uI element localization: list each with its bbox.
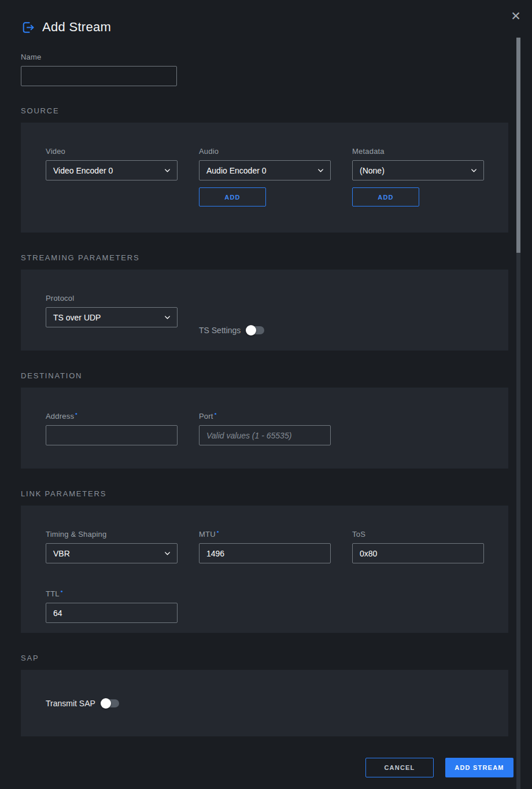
mtu-input[interactable] [199, 543, 331, 563]
close-icon: ✕ [511, 9, 521, 23]
ts-settings-label: TS Settings [199, 326, 241, 335]
streaming-parameters-header: STREAMING PARAMETERS [21, 253, 513, 262]
add-metadata-button[interactable]: ADD [352, 187, 419, 207]
source-section-header: SOURCE [21, 106, 513, 115]
link-parameters-section: LINK PARAMETERS Timing & Shaping VBR MTU… [21, 489, 513, 633]
name-input[interactable] [21, 66, 177, 86]
timing-shaping-select[interactable]: VBR [46, 543, 178, 563]
toggle-knob [101, 698, 111, 709]
destination-section: DESTINATION Address• Port• [21, 371, 513, 469]
name-label: Name [21, 53, 177, 61]
port-label: Port• [199, 412, 331, 421]
source-panel: Video Video Encoder 0 Audio Audio Encode… [21, 123, 508, 233]
address-label: Address• [46, 412, 178, 421]
metadata-select[interactable]: (None) [352, 160, 484, 180]
page-title: Add Stream [42, 20, 111, 35]
ts-settings-group: TS Settings [199, 310, 331, 351]
timing-shaping-select-value: VBR [53, 549, 70, 558]
protocol-select[interactable]: TS over UDP [46, 307, 178, 327]
video-select[interactable]: Video Encoder 0 [46, 160, 178, 180]
mtu-label: MTU• [199, 530, 331, 539]
stream-out-icon [21, 20, 35, 35]
chevron-down-icon [164, 314, 171, 321]
destination-panel: Address• Port• [21, 388, 508, 469]
close-button[interactable]: ✕ [508, 8, 524, 24]
video-field-group: Video Video Encoder 0 [46, 147, 178, 233]
protocol-field-group: Protocol TS over UDP [46, 294, 178, 351]
metadata-select-value: (None) [360, 166, 385, 175]
link-parameters-panel: Timing & Shaping VBR MTU• ToS [21, 506, 508, 633]
toggle-knob [246, 325, 256, 335]
scrollbar-track[interactable] [516, 38, 520, 789]
protocol-select-value: TS over UDP [53, 313, 101, 322]
required-indicator: • [75, 410, 77, 417]
ts-settings-toggle[interactable] [247, 326, 264, 334]
audio-select-value: Audio Encoder 0 [206, 166, 267, 175]
port-input[interactable] [199, 425, 331, 445]
dialog-footer: CANCEL ADD STREAM [21, 758, 513, 777]
scrollbar-thumb[interactable] [516, 38, 520, 253]
transmit-sap-group: Transmit SAP [46, 699, 483, 708]
add-stream-dialog: ✕ Add Stream Name SOURCE Video Video Enc… [0, 0, 532, 777]
tos-field-group: ToS [352, 530, 484, 573]
address-input[interactable] [46, 425, 178, 445]
video-select-value: Video Encoder 0 [53, 166, 113, 175]
required-indicator: • [217, 528, 219, 535]
address-field-group: Address• [46, 412, 178, 469]
ttl-label: TTL• [46, 589, 178, 598]
link-parameters-header: LINK PARAMETERS [21, 489, 513, 498]
sap-section: SAP Transmit SAP [21, 654, 513, 736]
ttl-field-group: TTL• [46, 589, 178, 633]
ttl-input[interactable] [46, 603, 178, 623]
port-field-group: Port• [199, 412, 331, 469]
tos-label: ToS [352, 530, 484, 539]
transmit-sap-toggle[interactable] [102, 699, 119, 707]
chevron-down-icon [470, 167, 478, 174]
streaming-parameters-section: STREAMING PARAMETERS Protocol TS over UD… [21, 253, 513, 351]
required-indicator: • [61, 588, 63, 595]
transmit-sap-label: Transmit SAP [46, 699, 95, 708]
required-indicator: • [215, 410, 217, 417]
audio-label: Audio [199, 147, 331, 156]
video-label: Video [46, 147, 178, 156]
audio-field-group: Audio Audio Encoder 0 ADD [199, 147, 331, 233]
mtu-field-group: MTU• [199, 530, 331, 573]
chevron-down-icon [164, 550, 171, 557]
protocol-label: Protocol [46, 294, 178, 303]
name-field-group: Name [21, 53, 177, 86]
dialog-header: Add Stream [21, 20, 513, 35]
chevron-down-icon [164, 167, 171, 174]
streaming-parameters-panel: Protocol TS over UDP TS Settings [21, 270, 508, 351]
timing-shaping-label: Timing & Shaping [46, 530, 178, 539]
cancel-button[interactable]: CANCEL [365, 758, 434, 777]
metadata-field-group: Metadata (None) ADD [352, 147, 484, 233]
add-stream-button[interactable]: ADD STREAM [445, 758, 513, 777]
timing-shaping-field-group: Timing & Shaping VBR [46, 530, 178, 573]
audio-select[interactable]: Audio Encoder 0 [199, 160, 331, 180]
chevron-down-icon [317, 167, 324, 174]
destination-header: DESTINATION [21, 371, 513, 380]
sap-panel: Transmit SAP [21, 670, 508, 736]
sap-header: SAP [21, 654, 513, 662]
metadata-label: Metadata [352, 147, 484, 156]
source-section: SOURCE Video Video Encoder 0 Audio Audio… [21, 106, 513, 233]
add-audio-button[interactable]: ADD [199, 187, 266, 207]
tos-input[interactable] [352, 543, 484, 563]
